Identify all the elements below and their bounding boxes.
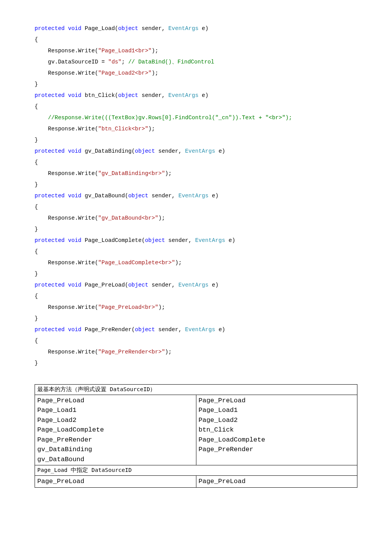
table-cell: Page_PreLoad Page_Load1 Page_Load2 Page_… <box>37 397 104 463</box>
table-cell: Page_PreLoad Page_Load1 Page_Load2 btn_C… <box>199 397 265 453</box>
table-cell: Page_PreLoad <box>37 478 84 485</box>
table-header-1: 最基本的方法（声明式设置 DataSourceID） <box>35 385 357 395</box>
table-header-2: Page_Load 中指定 DataSourceID <box>35 465 357 476</box>
code-block: protected void Page_Load(object sender, … <box>35 23 357 369</box>
table-cell: Page_PreLoad <box>199 478 246 485</box>
comparison-table: 最基本的方法（声明式设置 DataSourceID） Page_PreLoad … <box>35 384 357 488</box>
